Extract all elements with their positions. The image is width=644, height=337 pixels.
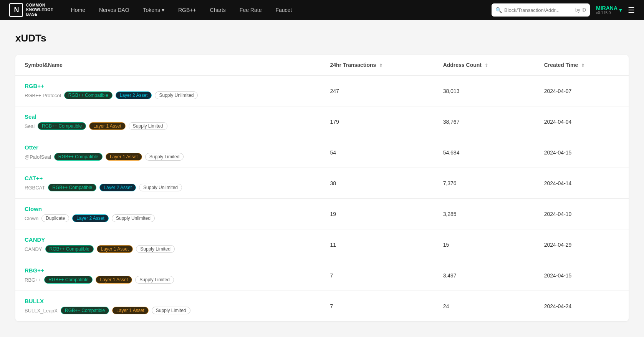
tx-count: 19 <box>321 199 434 229</box>
sort-icon-time: ⇕ <box>581 63 584 68</box>
tag-supply-unlimited: Supply Unlimited <box>112 214 155 222</box>
col-symbol-name: Symbol&Name <box>15 55 321 75</box>
logo-text: COMMON KNOWLEDGE BASE <box>26 3 53 17</box>
token-subname: Clown <box>25 216 38 221</box>
logo-icon: N <box>9 3 23 17</box>
created-time: 2024-04-07 <box>535 75 629 106</box>
nav-link-tokens[interactable]: Tokens ▾ <box>136 0 171 20</box>
token-cell-3: CAT++RGBCATRGB++ CompatibleLayer 2 Asset… <box>15 168 321 199</box>
nav-link-charts[interactable]: Charts <box>203 0 233 20</box>
created-time: 2024-04-04 <box>535 106 629 137</box>
nav-logo[interactable]: N COMMON KNOWLEDGE BASE <box>9 3 53 17</box>
tag-supply-unlimited: Supply Unlimited <box>155 91 198 99</box>
nav-link-fee-rate[interactable]: Fee Rate <box>233 0 269 20</box>
table-row: RGB++RGB++ ProtocolRGB++ CompatibleLayer… <box>15 75 629 106</box>
token-cell-2: Otter@PalofSealRGB++ CompatibleLayer 1 A… <box>15 137 321 168</box>
token-symbol[interactable]: Clown <box>25 206 42 212</box>
token-subname: @PalofSeal <box>25 154 51 160</box>
token-symbol[interactable]: BULLX <box>25 298 44 304</box>
page-title: xUDTs <box>15 32 629 44</box>
tx-count: 11 <box>321 229 434 260</box>
tag-supply-limited: Supply Limited <box>129 122 167 130</box>
token-cell-4: ClownClownDuplicateLayer 2 AssetSupply U… <box>15 199 321 229</box>
tx-count: 54 <box>321 137 434 168</box>
tx-count: 179 <box>321 106 434 137</box>
address-count: 38,767 <box>434 106 535 137</box>
tx-count: 247 <box>321 75 434 106</box>
tag-layer2: Layer 2 Asset <box>116 91 152 99</box>
col-24hr-transactions[interactable]: 24hr Transactions ⇕ <box>321 55 434 75</box>
table-header: Symbol&Name 24hr Transactions ⇕ Address … <box>15 55 629 75</box>
tag-supply-limited: Supply Limited <box>136 245 175 253</box>
tag-rgb-compatible: RGB++ Compatible <box>38 122 86 130</box>
token-symbol[interactable]: CAT++ <box>25 175 43 181</box>
token-symbol[interactable]: RBG++ <box>25 267 44 274</box>
xudts-table-container: Symbol&Name 24hr Transactions ⇕ Address … <box>15 55 629 321</box>
table-row: CAT++RGBCATRGB++ CompatibleLayer 2 Asset… <box>15 168 629 199</box>
tx-count: 38 <box>321 168 434 199</box>
tag-rgb-compatible: RGB++ Compatible <box>48 184 96 191</box>
token-cell-1: SealSealRGB++ CompatibleLayer 1 AssetSup… <box>15 106 321 137</box>
main-content: xUDTs Symbol&Name 24hr Transactions ⇕ Ad… <box>0 20 644 334</box>
xudts-table: Symbol&Name 24hr Transactions ⇕ Address … <box>15 55 629 321</box>
token-cell-6: RBG++RBG++RGB++ CompatibleLayer 1 AssetS… <box>15 260 321 291</box>
nav-link-nervos-dao[interactable]: Nervos DAO <box>92 0 136 20</box>
tag-supply-limited: Supply Limited <box>135 276 174 284</box>
token-cell-7: BULLXBULLX_LeapXRGB++ CompatibleLayer 1 … <box>15 291 321 322</box>
tokens-chevron-icon: ▾ <box>162 7 164 13</box>
hamburger-icon[interactable]: ☰ <box>628 5 635 15</box>
tx-count: 7 <box>321 260 434 291</box>
user-chevron-icon: ▾ <box>619 7 622 13</box>
token-subname: RGBCAT <box>25 185 45 191</box>
tx-count: 7 <box>321 291 434 322</box>
col-created-time[interactable]: Created Time ⇕ <box>535 55 629 75</box>
token-subname: CANDY <box>25 246 42 252</box>
token-symbol[interactable]: Seal <box>25 113 36 120</box>
tag-layer1: Layer 1 Asset <box>106 153 142 161</box>
table-row: BULLXBULLX_LeapXRGB++ CompatibleLayer 1 … <box>15 291 629 322</box>
user-menu[interactable]: MIRANA v0.115.0 ▾ <box>596 5 622 15</box>
token-subname: RBG++ <box>25 277 41 283</box>
token-cell-5: CANDYCANDYRGB++ CompatibleLayer 1 AssetS… <box>15 229 321 260</box>
sort-icon-address: ⇕ <box>485 63 488 68</box>
address-count: 7,376 <box>434 168 535 199</box>
navbar: N COMMON KNOWLEDGE BASE Home Nervos DAO … <box>0 0 644 20</box>
nav-link-home[interactable]: Home <box>64 0 92 20</box>
created-time: 2024-04-29 <box>535 229 629 260</box>
tag-rgb-compatible: RGB++ Compatible <box>54 153 103 161</box>
nav-links: Home Nervos DAO Tokens ▾ RGB++ Charts Fe… <box>64 0 492 20</box>
version-label: v0.115.0 <box>596 11 618 15</box>
tag-layer1: Layer 1 Asset <box>97 245 133 253</box>
address-count: 38,013 <box>434 75 535 106</box>
table-row: Otter@PalofSealRGB++ CompatibleLayer 1 A… <box>15 137 629 168</box>
table-row: CANDYCANDYRGB++ CompatibleLayer 1 AssetS… <box>15 229 629 260</box>
sort-icon-transactions: ⇕ <box>379 63 382 68</box>
tag-layer1: Layer 1 Asset <box>89 122 126 130</box>
search-input[interactable] <box>504 7 570 13</box>
tag-rgb-compatible: RGB++ Compatible <box>61 307 109 314</box>
created-time: 2024-04-24 <box>535 291 629 322</box>
table-row: ClownClownDuplicateLayer 2 AssetSupply U… <box>15 199 629 229</box>
search-icon: 🔍 <box>495 7 502 13</box>
col-address-count[interactable]: Address Count ⇕ <box>434 55 535 75</box>
tag-layer2: Layer 2 Asset <box>99 184 136 191</box>
created-time: 2024-04-15 <box>535 137 629 168</box>
token-symbol[interactable]: CANDY <box>25 236 45 243</box>
tag-layer1: Layer 1 Asset <box>112 307 149 314</box>
tag-supply-unlimited: Supply Unlimited <box>139 184 182 191</box>
nav-link-faucet[interactable]: Faucet <box>268 0 299 20</box>
address-count: 15 <box>434 229 535 260</box>
tag-rgb-compatible: RGB++ Compatible <box>44 276 93 284</box>
token-subname: BULLX_LeapX <box>25 308 58 314</box>
table-body: RGB++RGB++ ProtocolRGB++ CompatibleLayer… <box>15 75 629 321</box>
token-symbol[interactable]: RGB++ <box>25 83 44 89</box>
token-cell-0: RGB++RGB++ ProtocolRGB++ CompatibleLayer… <box>15 75 321 106</box>
nav-link-rgb[interactable]: RGB++ <box>171 0 203 20</box>
tag-supply-limited: Supply Limited <box>152 307 190 314</box>
table-row: RBG++RBG++RGB++ CompatibleLayer 1 AssetS… <box>15 260 629 291</box>
tag-rgb-compatible: RGB++ Compatible <box>64 91 113 99</box>
search-by-label: by ID <box>572 7 586 13</box>
created-time: 2024-04-14 <box>535 168 629 199</box>
created-time: 2024-04-15 <box>535 260 629 291</box>
token-symbol[interactable]: Otter <box>25 144 38 151</box>
